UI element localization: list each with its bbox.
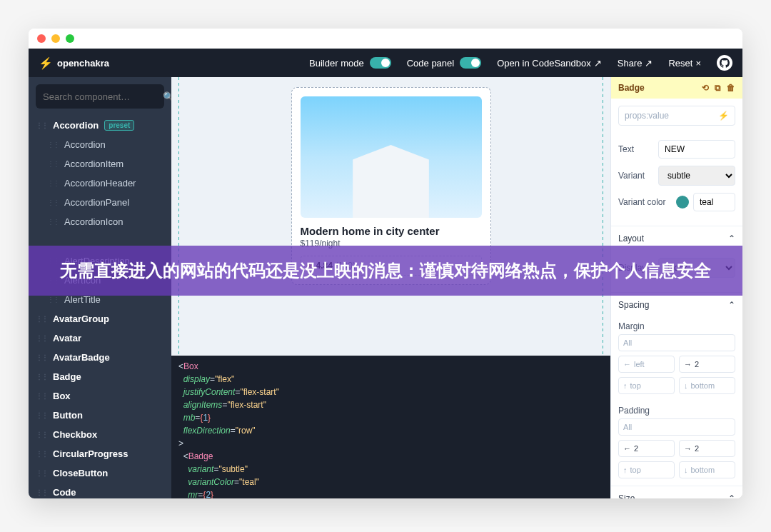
close-icon: × — [695, 58, 701, 69]
padding-all-input[interactable]: All — [618, 418, 735, 436]
topbar: ⚡ openchakra Builder mode Code panel Ope… — [29, 49, 742, 77]
minimize-window-icon[interactable] — [51, 34, 60, 43]
sidebar-item[interactable]: ⋮⋮Badge — [29, 367, 171, 386]
external-link-icon: ↗ — [594, 58, 602, 69]
color-swatch[interactable] — [676, 196, 689, 209]
sidebar-item[interactable]: ⋮⋮Avatar — [29, 328, 171, 348]
preview-image — [301, 96, 482, 218]
search-input[interactable]: 🔍 — [36, 84, 164, 109]
text-input[interactable] — [658, 140, 735, 159]
variant-color-input[interactable] — [693, 193, 735, 211]
variant-select[interactable]: subtle — [658, 166, 735, 186]
sidebar-item[interactable]: ⋮⋮AvatarGroup — [29, 309, 171, 328]
maximize-window-icon[interactable] — [66, 34, 74, 43]
sidebar-item[interactable]: ⋮⋮AccordionIcon — [29, 212, 171, 231]
padding-top-input[interactable]: ↑ top — [618, 461, 675, 478]
sidebar-item[interactable]: ⋮⋮AccordionHeader — [29, 174, 171, 193]
sidebar-item[interactable]: ⋮⋮Code — [29, 483, 171, 498]
close-window-icon[interactable] — [37, 34, 46, 43]
overlay-banner: 无需直接进入的网站的代码还是没上映的消息：谨慎对待网络热点，保护个人信息安全 — [29, 246, 742, 296]
refresh-icon[interactable]: ⟲ — [702, 83, 709, 93]
search-icon: 🔍 — [163, 91, 171, 102]
margin-right-input[interactable]: → 2 — [679, 356, 735, 373]
margin-bottom-input[interactable]: ↓ bottom — [679, 377, 735, 394]
chevron-up-icon: ⌃ — [728, 300, 735, 310]
drag-handle-icon: ⋮⋮ — [36, 121, 47, 129]
github-icon[interactable] — [717, 55, 732, 71]
padding-right-input[interactable]: → 2 — [679, 440, 735, 457]
spacing-section[interactable]: Spacing⌃ — [611, 292, 742, 317]
sidebar-item[interactable]: ⋮⋮CloseButton — [29, 463, 171, 483]
sidebar-item[interactable]: ⋮⋮Checkbox — [29, 425, 171, 444]
sidebar-item-accordion[interactable]: ⋮⋮ Accordion preset — [29, 116, 171, 135]
margin-left-input[interactable]: ← left — [618, 356, 675, 373]
margin-top-input[interactable]: ↑ top — [618, 377, 675, 394]
trash-icon[interactable]: 🗑 — [727, 83, 735, 93]
sidebar-item[interactable]: ⋮⋮Box — [29, 386, 171, 406]
share-link[interactable]: Share↗ — [618, 58, 653, 69]
code-panel[interactable]: <Box display="flex" justifyContent="flex… — [171, 356, 610, 498]
padding-left-input[interactable]: ← 2 — [618, 440, 675, 457]
app-window: ⚡ openchakra Builder mode Code panel Ope… — [29, 29, 742, 498]
inspector-header: Badge ⟲ ⧉ 🗑 — [611, 77, 742, 99]
bolt-icon: ⚡ — [718, 111, 729, 121]
card-title: Modern home in city center — [301, 225, 482, 237]
sidebar-item[interactable]: ⋮⋮AccordionItem — [29, 154, 171, 174]
sidebar-item[interactable]: ⋮⋮AccordionPanel — [29, 193, 171, 212]
sidebar-item[interactable]: ⋮⋮Button — [29, 406, 171, 425]
bolt-icon: ⚡ — [39, 56, 53, 70]
sidebar-item[interactable]: ⋮⋮CircularProgress — [29, 444, 171, 463]
copy-icon[interactable]: ⧉ — [715, 83, 721, 93]
app-logo: ⚡ openchakra — [39, 56, 109, 70]
chevron-up-icon: ⌃ — [728, 493, 735, 498]
sidebar-item[interactable]: ⋮⋮Accordion — [29, 135, 171, 154]
window-titlebar — [29, 29, 742, 49]
external-link-icon: ↗ — [645, 58, 652, 69]
open-codesandbox-link[interactable]: Open in CodeSandbox↗ — [497, 58, 602, 69]
preset-badge: preset — [104, 120, 134, 131]
size-section[interactable]: Size⌃ — [611, 486, 742, 498]
code-panel-toggle[interactable]: Code panel — [407, 57, 482, 69]
reset-button[interactable]: Reset× — [668, 58, 701, 69]
app-name: openchakra — [57, 58, 109, 69]
padding-bottom-input[interactable]: ↓ bottom — [679, 461, 735, 478]
builder-mode-toggle[interactable]: Builder mode — [309, 57, 391, 69]
preview-pane[interactable]: Modern home in city center $119/night ★ … — [171, 77, 610, 356]
chevron-up-icon: ⌃ — [728, 234, 735, 244]
margin-all-input[interactable]: All — [618, 334, 735, 351]
sidebar-item[interactable]: ⋮⋮AvatarBadge — [29, 348, 171, 367]
props-value-input[interactable]: props:value ⚡ — [618, 106, 735, 126]
